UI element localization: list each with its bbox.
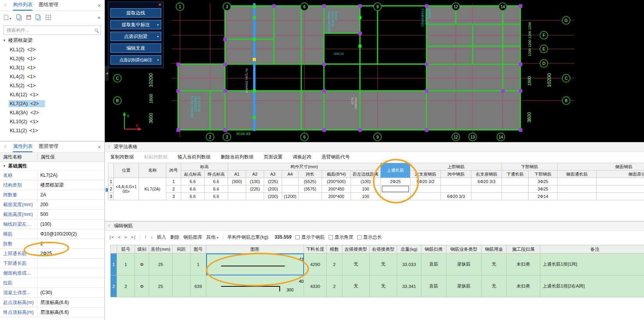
col-header[interactable]: 钢筋用途 [482, 245, 507, 253]
property-value[interactable] [38, 278, 104, 288]
floor-plan-canvas[interactable]: 13 69 1214 23 69 1213 14 CB FE D GC B 10… [105, 0, 644, 142]
rebar-cell[interactable]: 4330 [304, 275, 327, 297]
close-icon[interactable]: × [98, 144, 101, 150]
close-icon[interactable]: × [158, 2, 161, 7]
beam-cell[interactable] [228, 193, 246, 200]
rebar-cell[interactable]: 无 [342, 275, 370, 297]
beam-cell[interactable] [299, 193, 322, 200]
col-header[interactable]: 下料长度 [304, 245, 327, 253]
swap-start-span-button[interactable]: 调换起跨 [293, 154, 311, 160]
property-value[interactable] [38, 268, 104, 278]
beam-cell[interactable]: (225) [246, 185, 264, 193]
subheader[interactable]: A2 [246, 171, 264, 178]
col-header[interactable]: 钢筋业务类型 [446, 245, 482, 253]
rebar-cell[interactable]: 33.341 [397, 275, 421, 297]
tree-item-kl4[interactable]: KL4(2)<1> [0, 72, 104, 81]
row-number[interactable]: 1 [111, 253, 117, 275]
property-value[interactable]: 2 [38, 239, 104, 248]
beam-cell[interactable]: (1200) [282, 193, 299, 200]
tab-drawing-management[interactable]: 图纸管理 [39, 0, 58, 11]
col-header[interactable]: 间距 [173, 245, 191, 253]
beam-cell[interactable] [597, 178, 644, 185]
cantilever-rebar-code-button[interactable]: 悬臂钢筋代号 [322, 154, 350, 160]
chevron-down-icon[interactable]: ▼ [157, 21, 159, 29]
beam-cell[interactable]: 3 [166, 193, 181, 200]
col-header[interactable]: 直径(mm) [149, 245, 173, 253]
show-angle-checkbox[interactable]: 显示角度 [329, 234, 353, 241]
beam-cell[interactable]: (100) [351, 178, 381, 185]
tab-property-list[interactable]: 属性列表 [13, 142, 32, 152]
subheader[interactable]: 左支座钢筋 [410, 171, 441, 178]
page-setup-button[interactable]: 页面设置 [264, 154, 282, 160]
beam-cell-top-through[interactable] [381, 193, 410, 200]
beam-cell[interactable]: 6.6 [205, 193, 228, 200]
beam-cell[interactable] [410, 193, 441, 200]
beam-cell[interactable]: 3Φ25 [529, 185, 558, 193]
input-current-column-button[interactable]: 输入当前列数据 [178, 154, 210, 160]
new-component-button[interactable]: ▼ [4, 15, 12, 20]
subheader[interactable]: 下部钢筋 [529, 171, 558, 178]
beam-cell[interactable]: (100) [246, 178, 264, 185]
move-up-button[interactable]: ↑ [144, 234, 147, 240]
subheader[interactable]: 距左边线距离 [351, 171, 381, 178]
search-box[interactable] [4, 25, 101, 35]
property-section-basic[interactable]: ▼ 基础属性 [0, 162, 104, 171]
beam-position-cell[interactable]: <4,A;4,G+100> [114, 178, 139, 200]
subheader[interactable]: 跨中钢筋 [441, 171, 471, 178]
first-record-button[interactable]: |< [109, 235, 114, 240]
extract-concentrated-label-button[interactable]: 提取集中标注▼ [110, 20, 161, 29]
rebar-cell[interactable]: 25 [149, 253, 173, 275]
beam-cell[interactable]: 1 [166, 178, 181, 185]
row-number[interactable]: 3 [108, 193, 114, 200]
rebar-cell[interactable]: 4290 [304, 253, 327, 275]
beam-cell[interactable] [502, 193, 529, 200]
rebar-cell[interactable]: 无 [370, 275, 397, 297]
insert-row-button[interactable]: 插入 [157, 234, 166, 241]
last-record-button[interactable]: >| [131, 235, 136, 240]
header-group-bottom-rebar[interactable]: 下部钢筋 [502, 163, 558, 171]
tree-item-kl5[interactable]: KL5(2)<1> [0, 81, 104, 90]
delete-row-button[interactable]: 删除 [170, 234, 180, 241]
property-value[interactable] [38, 259, 104, 268]
beam-cell[interactable] [558, 178, 597, 185]
rebar-cell[interactable]: 未归类 [507, 275, 540, 297]
beam-cell[interactable]: 200*450 [322, 185, 351, 193]
beam-cell[interactable]: 100 [351, 185, 381, 193]
beam-cell[interactable]: 2 [166, 185, 181, 193]
property-value[interactable]: 层顶标高(6.6) [38, 298, 104, 307]
beam-cell[interactable]: (300) [228, 178, 246, 185]
tree-expander-icon[interactable]: ▼ [3, 39, 6, 42]
beam-cell[interactable]: 6.6 [181, 185, 205, 193]
beam-cell[interactable] [502, 185, 529, 193]
tab-layer-management[interactable]: 图层管理 [39, 142, 58, 152]
header-group-elevation[interactable]: 标高 [181, 163, 228, 171]
subheader[interactable]: 截面(B*H) [322, 171, 351, 178]
checkbox-icon[interactable] [295, 235, 300, 239]
col-header[interactable]: 总重(kg) [397, 245, 421, 253]
beam-cell[interactable]: 6Φ20 3/3 [471, 178, 502, 185]
beam-cell[interactable] [282, 178, 299, 185]
beam-cell[interactable]: (225) [264, 178, 282, 185]
edit-support-button[interactable]: 编辑支座 [110, 43, 161, 53]
rebar-cell[interactable]: 2 [117, 275, 135, 297]
rebar-cell[interactable]: 1 [117, 253, 135, 275]
tree-item-kl7-selected[interactable]: KL7(2A)<2> [0, 99, 104, 108]
rebar-cell[interactable]: 直筋 [421, 253, 446, 275]
subheader[interactable]: 下通长筋 [502, 171, 529, 178]
col-header[interactable]: 备注 [540, 245, 644, 253]
tree-item-kl8[interactable]: KL8(3A)<2> [0, 108, 104, 117]
show-child-rebar-checkbox[interactable]: 显示子钢筋 [295, 234, 325, 241]
click-identify-beam-button[interactable]: 点选识别梁▼ [110, 32, 161, 41]
header-group-size[interactable]: 构件尺寸(mm) [228, 163, 381, 171]
chevron-down-icon[interactable]: ▼ [157, 56, 159, 65]
col-header[interactable]: 图形 [206, 245, 304, 253]
row-number[interactable]: 2 [108, 185, 114, 193]
beam-cell[interactable]: 100 [351, 193, 381, 200]
beam-cell[interactable] [597, 185, 644, 193]
beam-cell[interactable]: 6.6 [181, 178, 205, 185]
tab-component-list[interactable]: 构件列表 [13, 0, 32, 11]
property-value[interactable]: KL7(2A) [38, 171, 104, 180]
paste-span-data-button[interactable]: 粘贴跨数据 [144, 154, 167, 160]
copy-between-floors-button[interactable] [36, 14, 41, 20]
rebar-cell[interactable]: 梁纵筋 [446, 253, 482, 275]
